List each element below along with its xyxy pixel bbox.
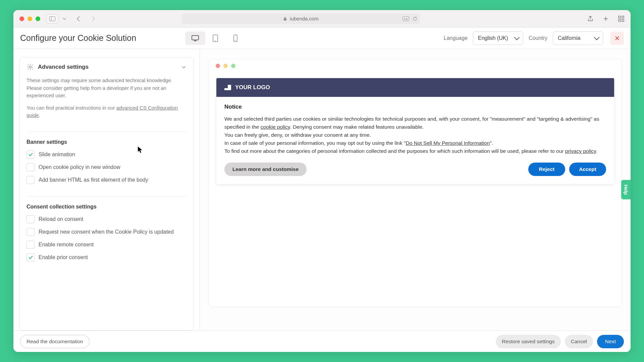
logo-text: YOUR LOGO [235, 84, 270, 91]
device-desktop-tab[interactable] [185, 32, 205, 45]
svg-point-15 [235, 40, 236, 41]
preview-area: YOUR LOGO Notice We and selected third p… [200, 49, 631, 330]
banner-actions: Learn more and customise Reject Accept [224, 163, 606, 176]
reader-icon[interactable]: Aあ [402, 16, 409, 21]
svg-rect-2 [284, 18, 286, 20]
checkbox-label: Open cookie policy in new window [39, 163, 120, 171]
window-zoom-icon[interactable] [36, 16, 40, 21]
accept-button[interactable]: Accept [569, 163, 606, 176]
svg-rect-8 [622, 19, 624, 21]
settings-card: Advanced settings These settings may req… [19, 57, 194, 330]
checkbox-icon [26, 150, 35, 159]
checkbox-label: Enable remote consent [39, 241, 94, 248]
url-controls: Aあ [402, 16, 417, 21]
device-tablet-tab[interactable] [205, 32, 225, 45]
url-text: iubenda.com [290, 16, 319, 21]
checkbox-open-new-window[interactable]: Open cookie policy in new window [26, 163, 186, 171]
traffic-lights [19, 16, 40, 21]
banner-body: Notice We and selected third parties use… [216, 97, 614, 184]
new-tab-icon[interactable] [602, 15, 609, 22]
dot-icon [231, 64, 235, 68]
dot-icon [223, 64, 228, 68]
next-button[interactable]: Next [597, 335, 624, 348]
lock-icon [283, 17, 287, 21]
checkbox-label: Add banner HTML as first element of the … [39, 176, 148, 184]
header-controls: Language English (UK) Country California [444, 32, 624, 45]
svg-rect-6 [622, 16, 624, 18]
footer-bar: Read the documentation Restore saved set… [13, 330, 631, 352]
svg-point-16 [29, 66, 31, 68]
checkbox-reload-on-consent[interactable]: Reload on consent [26, 215, 186, 223]
notice-title: Notice [224, 104, 606, 110]
checkbox-slide-animation[interactable]: Slide animation [26, 150, 186, 159]
window-close-icon[interactable] [19, 16, 24, 21]
notice-text: We and selected third parties use cookie… [224, 115, 606, 155]
forward-button[interactable] [90, 15, 97, 22]
checkbox-label: Reload on consent [39, 215, 83, 223]
dot-icon [216, 64, 220, 68]
page-title: Configure your Cookie Solution [20, 33, 136, 43]
reject-button[interactable]: Reject [528, 163, 565, 176]
svg-point-13 [215, 40, 216, 41]
url-bar[interactable]: iubenda.com Aあ [182, 13, 420, 24]
consent-settings-title: Consent collection settings [26, 204, 186, 210]
restore-settings-button[interactable]: Restore saved settings [496, 335, 561, 348]
country-select[interactable]: California [553, 32, 603, 45]
banner-settings-title: Banner settings [26, 139, 186, 145]
gear-icon [26, 63, 34, 71]
browser-window: iubenda.com Aあ Configure your Cookie Sol… [13, 10, 631, 352]
close-button[interactable] [610, 32, 624, 45]
svg-text:Aあ: Aあ [404, 17, 408, 20]
read-docs-button[interactable]: Read the documentation [20, 335, 90, 348]
workspace: Advanced settings These settings may req… [13, 49, 631, 330]
country-label: Country [529, 35, 547, 41]
preview-traffic-lights [209, 59, 622, 72]
checkbox-label: Request new consent when the Cookie Poli… [39, 228, 174, 236]
language-select[interactable]: English (UK) [473, 32, 523, 45]
svg-rect-9 [192, 36, 199, 40]
titlebar-icons [587, 15, 625, 22]
checkbox-label: Enable prior consent [39, 253, 88, 261]
do-not-sell-link[interactable]: Do Not Sell My Personal Information [406, 140, 490, 146]
checkbox-icon [26, 163, 35, 171]
svg-rect-5 [619, 16, 621, 18]
share-icon[interactable] [587, 15, 594, 22]
divider [26, 196, 186, 196]
close-icon [614, 36, 620, 41]
sidebar-toggle-button[interactable] [46, 14, 58, 23]
checkbox-enable-remote-consent[interactable]: Enable remote consent [26, 241, 186, 249]
reload-icon[interactable] [413, 16, 417, 21]
checkbox-icon [26, 253, 35, 261]
checkbox-icon [26, 176, 35, 184]
checkbox-request-new-consent[interactable]: Request new consent when the Cookie Poli… [26, 228, 186, 236]
chevron-down-icon[interactable] [62, 17, 67, 20]
learn-more-button[interactable]: Learn more and customise [224, 163, 307, 176]
device-tabs [185, 32, 246, 45]
back-button[interactable] [75, 15, 82, 22]
svg-rect-7 [619, 19, 621, 21]
checkbox-label: Slide animation [39, 150, 75, 158]
cookie-policy-link[interactable]: cookie policy [261, 124, 290, 130]
checkbox-enable-prior-consent[interactable]: Enable prior consent [26, 253, 186, 261]
titlebar: iubenda.com Aあ [13, 10, 631, 27]
tabs-overview-icon[interactable] [618, 15, 625, 22]
svg-rect-0 [50, 16, 55, 21]
advanced-desc-1: These settings may require some advanced… [26, 77, 186, 100]
settings-panel: Advanced settings These settings may req… [13, 49, 200, 330]
checkbox-add-banner-html[interactable]: Add banner HTML as first element of the … [26, 176, 186, 184]
device-mobile-tab[interactable] [225, 32, 246, 45]
app-header: Configure your Cookie Solution Language … [13, 27, 631, 49]
advanced-settings-title: Advanced settings [38, 64, 177, 70]
language-label: Language [444, 35, 468, 41]
divider [26, 131, 186, 132]
cookie-banner: YOUR LOGO Notice We and selected third p… [216, 78, 614, 184]
logo-icon [224, 85, 231, 90]
advanced-settings-header[interactable]: Advanced settings [26, 63, 186, 71]
help-tab[interactable]: Help [621, 180, 631, 199]
preview-window: YOUR LOGO Notice We and selected third p… [209, 59, 622, 307]
cancel-button[interactable]: Cancel [565, 335, 593, 348]
banner-header: YOUR LOGO [216, 78, 614, 97]
window-minimize-icon[interactable] [28, 16, 32, 21]
privacy-policy-link[interactable]: privacy policy [565, 148, 596, 154]
advanced-desc-2: You can find practical instructions in o… [26, 104, 186, 119]
